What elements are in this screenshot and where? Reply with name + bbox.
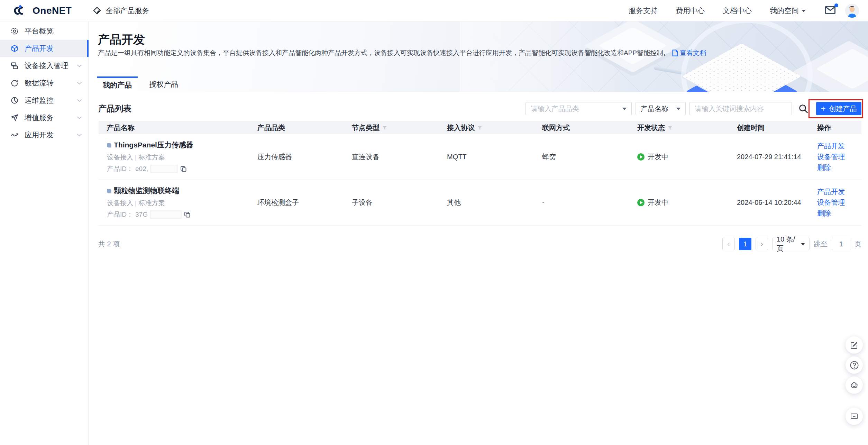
chevron-down-icon (77, 82, 82, 85)
filter-icon[interactable] (382, 126, 387, 130)
document-icon (672, 49, 678, 56)
all-products-label: 全部产品服务 (106, 6, 149, 16)
action-delete[interactable]: 删除 (817, 210, 831, 217)
diamond-icon (93, 7, 101, 15)
redacted-id (150, 165, 178, 173)
sidebar: 平台概览 产品开发 设备接入管理 数据流转 运 (0, 21, 89, 445)
search-icon (798, 103, 808, 114)
nav-doc-center[interactable]: 文档中心 (723, 6, 752, 16)
chevron-down-icon (802, 10, 806, 12)
action-device-manage[interactable]: 设备管理 (817, 153, 845, 161)
keyword-input-wrap (689, 102, 792, 115)
cell-network: 蜂窝 (534, 134, 629, 180)
tab-authorized-products[interactable]: 授权产品 (138, 76, 190, 92)
sidebar-item-product-development[interactable]: 产品开发 (0, 40, 88, 57)
status-developing-icon (637, 153, 645, 161)
view-docs-link[interactable]: 查看文档 (672, 48, 706, 57)
action-product-develop[interactable]: 产品开发 (817, 143, 845, 150)
page-size-select[interactable]: 10 条/页 (772, 238, 810, 250)
cell-actions: 产品开发 设备管理 删除 (809, 180, 861, 225)
collapse-panel-button[interactable] (846, 408, 863, 425)
nav-service-support[interactable]: 服务支持 (629, 6, 658, 16)
total-count: 共 2 项 (98, 239, 120, 249)
status-text: 开发中 (648, 152, 668, 162)
chevron-down-icon (622, 108, 627, 110)
sidebar-item-ops-monitoring[interactable]: 运维监控 (0, 92, 88, 109)
product-id-line: 产品ID： 37G (107, 210, 191, 219)
cell-protocol: MQTT (439, 134, 534, 180)
overview-icon (10, 27, 19, 35)
nav-my-space-label: 我的空间 (770, 6, 799, 16)
pie-chart-icon (10, 96, 19, 105)
create-product-button[interactable]: + 创建产品 (816, 102, 861, 115)
sidebar-item-device-access[interactable]: 设备接入管理 (0, 57, 88, 74)
create-product-label: 创建产品 (829, 104, 857, 113)
messages-button[interactable] (825, 6, 835, 16)
next-icon: › (760, 239, 763, 249)
page-banner: 产品开发 产品是一组具有相同功能定义的设备集合，平台提供设备接入和产品智能化两种… (89, 21, 868, 92)
view-docs-label: 查看文档 (680, 48, 706, 57)
mail-icon (825, 6, 835, 14)
status-developing-icon (637, 199, 645, 206)
copy-icon[interactable] (180, 165, 187, 173)
chevron-down-icon (676, 108, 680, 110)
page-unit-label: 页 (855, 239, 861, 249)
page-number-current[interactable]: 1 (739, 238, 751, 250)
col-dev-status: 开发状态 (629, 121, 729, 134)
product-id-label: 产品ID： (107, 210, 133, 219)
search-button[interactable] (796, 102, 811, 115)
category-select[interactable]: 请输入产品品类 (526, 102, 632, 115)
table-row: 颗粒物监测物联终端 设备接入 | 标准方案 产品ID： 37G 环境检测盒子 子… (99, 180, 861, 226)
cell-protocol: 其他 (439, 180, 534, 225)
product-badges: 设备接入 | 标准方案 (107, 153, 165, 162)
cell-created: 2024-07-29 21:41:14 (729, 134, 809, 180)
sidebar-item-label: 应用开发 (25, 130, 54, 140)
col-node-type: 节点类型 (344, 121, 439, 134)
chevron-down-icon (77, 99, 82, 102)
onenet-logo[interactable]: OneNET (13, 5, 72, 16)
nav-cost-center[interactable]: 费用中心 (676, 6, 705, 16)
top-navigation: 服务支持 费用中心 文档中心 我的空间 (629, 6, 806, 16)
page-description-row: 产品是一组具有相同功能定义的设备集合，平台提供设备接入和产品智能化两种产品开发方… (98, 48, 706, 57)
pulse-icon (10, 131, 19, 139)
action-product-develop[interactable]: 产品开发 (817, 188, 845, 196)
cell-product-name: 颗粒物监测物联终端 设备接入 | 标准方案 产品ID： 37G (99, 180, 249, 225)
product-id-label: 产品ID： (107, 164, 133, 173)
plus-icon: + (821, 105, 825, 113)
sidebar-item-label: 运维监控 (25, 96, 54, 105)
search-field-select[interactable]: 产品名称 (636, 102, 686, 115)
product-name: 颗粒物监测物联终端 (114, 186, 179, 196)
category-select-placeholder: 请输入产品品类 (531, 104, 579, 113)
product-id-value: e02, (135, 165, 148, 173)
page-description: 产品是一组具有相同功能定义的设备集合，平台提供设备接入和产品智能化两种产品开发方… (98, 48, 670, 57)
table-row: ThingsPanel压力传感器 设备接入 | 标准方案 产品ID： e02, … (99, 134, 861, 180)
onenet-logo-icon (13, 5, 29, 16)
action-delete[interactable]: 删除 (817, 164, 831, 171)
customer-service-button[interactable] (846, 376, 863, 394)
help-button[interactable] (846, 356, 863, 374)
filter-icon[interactable] (477, 126, 482, 130)
sidebar-item-data-flow[interactable]: 数据流转 (0, 74, 88, 92)
sidebar-item-value-services[interactable]: 增值服务 (0, 109, 88, 126)
col-protocol: 接入协议 (439, 121, 534, 134)
sidebar-item-platform-overview[interactable]: 平台概览 (0, 22, 88, 40)
next-page-button[interactable]: › (756, 238, 768, 250)
data-flow-icon (10, 79, 19, 87)
keyword-input[interactable] (695, 105, 787, 113)
jump-page-input[interactable] (832, 238, 850, 250)
chevron-down-icon (801, 243, 805, 245)
main-content: 产品列表 请输入产品品类 产品名称 + 创建产品 (89, 92, 868, 445)
sidebar-item-app-development[interactable]: 应用开发 (0, 126, 88, 144)
user-avatar[interactable] (845, 4, 859, 18)
tab-my-products[interactable]: 我的产品 (97, 76, 138, 92)
feedback-button[interactable] (846, 336, 863, 354)
pagination: 共 2 项 ‹ 1 › 10 条/页 跳至 页 (98, 238, 861, 250)
prev-page-button[interactable]: ‹ (722, 238, 735, 250)
action-device-manage[interactable]: 设备管理 (817, 199, 845, 206)
chevron-down-icon (77, 64, 82, 67)
product-name: ThingsPanel压力传感器 (114, 140, 193, 150)
nav-my-space[interactable]: 我的空间 (770, 6, 806, 16)
copy-icon[interactable] (184, 211, 191, 218)
all-products-menu[interactable]: 全部产品服务 (93, 6, 149, 16)
filter-icon[interactable] (668, 126, 673, 130)
